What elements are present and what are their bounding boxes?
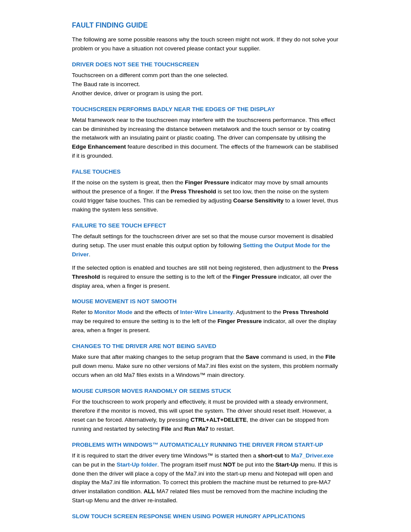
section-changes-not-saved: CHANGES TO THE DRIVER ARE NOT BEING SAVE… (72, 343, 339, 380)
page-title: FAULT FINDING GUIDE (72, 22, 339, 29)
para-performs-badly-0: Metal framework near to the touchscreen … (72, 116, 339, 161)
section-cursor-moves-randomly: MOUSE CURSOR MOVES RANDOMLY OR SEEMS STU… (72, 388, 339, 434)
section-false-touches: FALSE TOUCHESIf the noise on the system … (72, 168, 339, 215)
para-failure-to-see-1: If the selected option is enabled and to… (72, 264, 339, 291)
section-driver-not-see: DRIVER DOES NOT SEE THE TOUCHSCREENTouch… (72, 61, 339, 98)
section-heading-false-touches: FALSE TOUCHES (72, 168, 339, 175)
section-heading-performs-badly: TOUCHSCREEN PERFORMS BADLY NEAR THE EDGE… (72, 106, 339, 112)
section-heading-driver-not-see: DRIVER DOES NOT SEE THE TOUCHSCREEN (72, 61, 339, 68)
para-driver-not-see-0: Touchscreen on a different comm port tha… (72, 71, 339, 98)
section-heading-slow-touch: SLOW TOUCH SCREEN RESPONSE WHEN USING PO… (72, 513, 339, 520)
section-mouse-not-smooth: MOUSE MOVEMENT IS NOT SMOOTHRefer to Mon… (72, 298, 339, 335)
section-performs-badly: TOUCHSCREEN PERFORMS BADLY NEAR THE EDGE… (72, 106, 339, 161)
section-heading-changes-not-saved: CHANGES TO THE DRIVER ARE NOT BEING SAVE… (72, 343, 339, 349)
page-content: FAULT FINDING GUIDE The following are so… (55, 9, 356, 532)
sections-container: DRIVER DOES NOT SEE THE TOUCHSCREENTouch… (72, 61, 339, 520)
para-cursor-moves-randomly-0: For the touchscreen to work properly and… (72, 398, 339, 434)
section-heading-cursor-moves-randomly: MOUSE CURSOR MOVES RANDOMLY OR SEEMS STU… (72, 388, 339, 394)
section-heading-failure-to-see: FAILURE TO SEE TOUCH EFFECT (72, 222, 339, 229)
para-problems-windows-0: If it is required to start the driver ev… (72, 451, 339, 506)
para-mouse-not-smooth-0: Refer to Monitor Mode and the effects of… (72, 308, 339, 335)
section-problems-windows: PROBLEMS WITH WINDOWS™ AUTOMATICALLY RUN… (72, 442, 339, 506)
section-slow-touch: SLOW TOUCH SCREEN RESPONSE WHEN USING PO… (72, 513, 339, 520)
intro-text: The following are some possible reasons … (72, 35, 339, 53)
para-changes-not-saved-0: Make sure that after making changes to t… (72, 353, 339, 380)
section-heading-problems-windows: PROBLEMS WITH WINDOWS™ AUTOMATICALLY RUN… (72, 442, 339, 448)
section-failure-to-see: FAILURE TO SEE TOUCH EFFECTThe default s… (72, 222, 339, 291)
section-heading-mouse-not-smooth: MOUSE MOVEMENT IS NOT SMOOTH (72, 298, 339, 305)
para-failure-to-see-0: The default settings for the touchscreen… (72, 232, 339, 259)
para-false-touches-0: If the noise on the system is great, the… (72, 178, 339, 215)
